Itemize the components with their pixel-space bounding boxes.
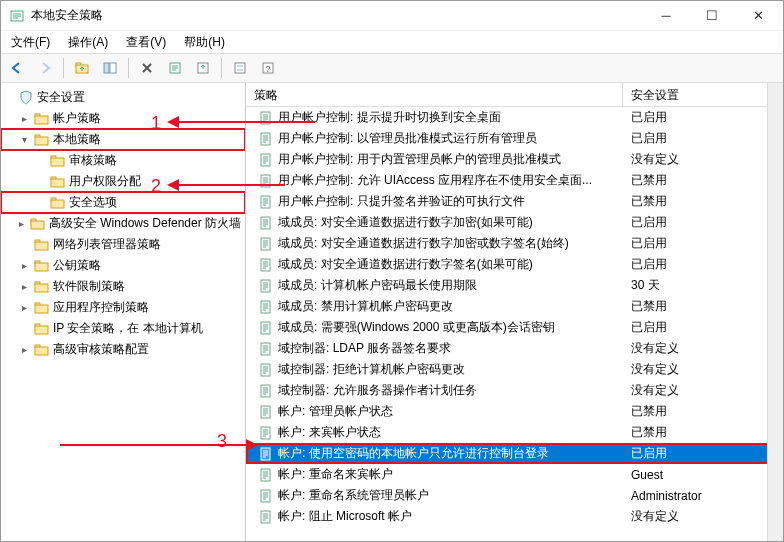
svg-rect-48 [261,364,270,376]
tree-root[interactable]: ▸安全设置 [1,87,245,108]
refresh-icon[interactable] [163,56,187,80]
policy-setting: 没有定义 [623,361,783,378]
delete-icon[interactable] [135,56,159,80]
tree-item[interactable]: ▸高级审核策略配置 [1,339,245,360]
properties-icon[interactable] [228,56,252,80]
expand-icon[interactable]: ▸ [17,113,31,124]
policy-row[interactable]: 用户帐户控制: 提示提升时切换到安全桌面已启用 [246,107,783,128]
tree-item[interactable]: ▸IP 安全策略，在 本地计算机 [1,318,245,339]
policy-row[interactable]: 域成员: 需要强(Windows 2000 或更高版本)会话密钥已启用 [246,317,783,338]
forward-icon[interactable] [33,56,57,80]
policy-name: 域成员: 对安全通道数据进行数字加密(如果可能) [278,214,623,231]
expand-icon[interactable]: ▸ [17,302,31,313]
tree-root-label: 安全设置 [37,89,85,106]
policy-row[interactable]: 帐户: 来宾帐户状态已禁用 [246,422,783,443]
svg-rect-47 [261,343,270,355]
tree-item-label: 高级审核策略配置 [53,341,149,358]
expand-icon[interactable]: ▸ [17,281,31,292]
tree-item-label: IP 安全策略，在 本地计算机 [53,320,203,337]
policy-row[interactable]: 域控制器: 允许服务器操作者计划任务没有定义 [246,380,783,401]
svg-rect-40 [261,196,270,208]
policy-row[interactable]: 域成员: 计算机帐户密码最长使用期限30 天 [246,275,783,296]
svg-rect-21 [51,200,64,208]
svg-rect-38 [261,154,270,166]
policy-row[interactable]: 域控制器: 拒绝计算机帐户密码更改没有定义 [246,359,783,380]
maximize-button[interactable]: ☐ [689,1,735,31]
policy-name: 帐户: 使用空密码的本地帐户只允许进行控制台登录 [278,445,623,462]
policy-name: 帐户: 管理员帐户状态 [278,403,623,420]
minimize-button[interactable]: ─ [643,1,689,31]
tree-item[interactable]: ▸高级安全 Windows Defender 防火墙 [1,213,245,234]
tree-item[interactable]: ▸审核策略 [1,150,245,171]
policy-row[interactable]: 域成员: 对安全通道数据进行数字签名(如果可能)已启用 [246,254,783,275]
show-hide-tree-icon[interactable] [98,56,122,80]
toolbar-separator [128,58,129,78]
policy-setting: 已启用 [623,109,783,126]
policy-row[interactable]: 帐户: 重命名系统管理员帐户Administrator [246,485,783,506]
tree-item-label: 帐户策略 [53,110,101,127]
toolbar-separator [63,58,64,78]
policy-row[interactable]: 域控制器: LDAP 服务器签名要求没有定义 [246,338,783,359]
policy-row[interactable]: 用户帐户控制: 以管理员批准模式运行所有管理员已启用 [246,128,783,149]
tree-item[interactable]: ▸应用程序控制策略 [1,297,245,318]
policy-name: 域成员: 需要强(Windows 2000 或更高版本)会话密钥 [278,319,623,336]
policy-row[interactable]: 用户帐户控制: 只提升签名并验证的可执行文件已禁用 [246,191,783,212]
policy-row[interactable]: 用户帐户控制: 允许 UIAccess 应用程序在不使用安全桌面...已禁用 [246,170,783,191]
tree-pane[interactable]: ▸安全设置▸帐户策略▾本地策略▸审核策略▸用户权限分配▸安全选项▸高级安全 Wi… [1,83,246,541]
policy-setting: 已启用 [623,445,783,462]
collapse-icon[interactable]: ▾ [17,134,31,145]
expand-icon[interactable]: ▸ [17,260,31,271]
tree-item[interactable]: ▸公钥策略 [1,255,245,276]
policy-row[interactable]: 域成员: 禁用计算机帐户密码更改已禁用 [246,296,783,317]
svg-rect-45 [261,301,270,313]
policy-row[interactable]: 帐户: 重命名来宾帐户Guest [246,464,783,485]
up-icon[interactable] [70,56,94,80]
scrollbar[interactable] [767,83,783,541]
list-pane[interactable]: 策略 安全设置 用户帐户控制: 提示提升时切换到安全桌面已启用用户帐户控制: 以… [246,83,783,541]
back-icon[interactable] [5,56,29,80]
svg-rect-9 [237,69,243,71]
expand-icon[interactable]: ▸ [17,218,27,229]
policy-row[interactable]: 域成员: 对安全通道数据进行数字加密或数字签名(始终)已启用 [246,233,783,254]
svg-rect-7 [235,63,245,73]
svg-rect-53 [261,469,270,481]
svg-rect-55 [261,511,270,523]
menu-help[interactable]: 帮助(H) [182,32,227,53]
policy-setting: 已禁用 [623,403,783,420]
policy-setting: 已禁用 [623,193,783,210]
svg-rect-8 [237,65,243,67]
close-button[interactable]: ✕ [735,1,781,31]
svg-rect-50 [261,406,270,418]
help-icon[interactable]: ? [256,56,280,80]
svg-rect-23 [31,221,44,229]
column-policy[interactable]: 策略 [246,83,623,106]
svg-rect-44 [261,280,270,292]
tree-item[interactable]: ▾本地策略 [1,129,245,150]
menu-view[interactable]: 查看(V) [124,32,168,53]
column-setting[interactable]: 安全设置 [623,83,783,106]
expand-icon[interactable]: ▸ [17,344,31,355]
policy-row[interactable]: 帐户: 管理员帐户状态已禁用 [246,401,783,422]
tree-item[interactable]: ▸用户权限分配 [1,171,245,192]
menu-file[interactable]: 文件(F) [9,32,52,53]
policy-row[interactable]: 帐户: 使用空密码的本地帐户只允许进行控制台登录已启用 [246,443,783,464]
tree-item-label: 本地策略 [53,131,101,148]
svg-rect-52 [261,448,270,460]
tree-item[interactable]: ▸安全选项 [1,192,245,213]
menu-action[interactable]: 操作(A) [66,32,110,53]
tree-item[interactable]: ▸软件限制策略 [1,276,245,297]
svg-rect-36 [261,112,270,124]
export-icon[interactable] [191,56,215,80]
tree-item[interactable]: ▸网络列表管理器策略 [1,234,245,255]
policy-setting: 没有定义 [623,151,783,168]
policy-row[interactable]: 帐户: 阻止 Microsoft 帐户没有定义 [246,506,783,527]
tree-item[interactable]: ▸帐户策略 [1,108,245,129]
policy-row[interactable]: 用户帐户控制: 用于内置管理员帐户的管理员批准模式没有定义 [246,149,783,170]
policy-name: 域成员: 对安全通道数据进行数字签名(如果可能) [278,256,623,273]
svg-rect-31 [35,305,48,313]
app-icon [9,8,25,24]
svg-rect-25 [35,242,48,250]
policy-row[interactable]: 域成员: 对安全通道数据进行数字加密(如果可能)已启用 [246,212,783,233]
policy-setting: 30 天 [623,277,783,294]
svg-rect-35 [35,347,48,355]
